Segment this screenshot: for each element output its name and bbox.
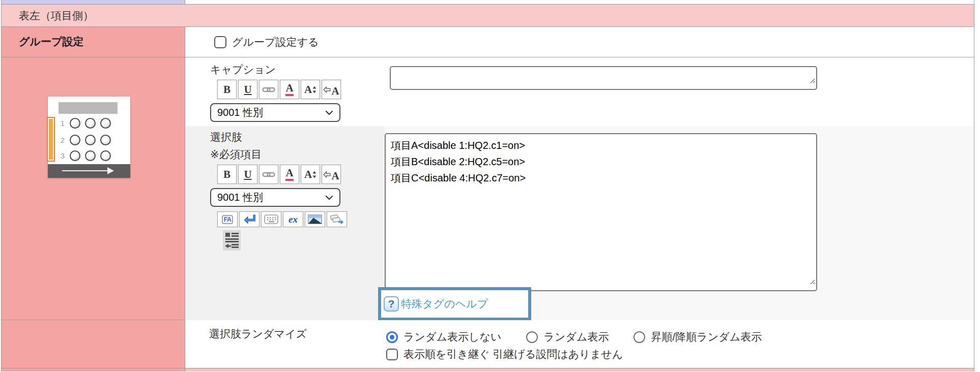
font-color-button[interactable]: A [280, 80, 299, 99]
section-header-row: 表左（項目側） [2, 5, 974, 27]
next-row-content-cell [185, 368, 974, 371]
font-size-arrows-icon [312, 170, 316, 179]
choices-label: 選択肢 [210, 130, 242, 144]
thumbnail-radio [85, 135, 96, 145]
underline-icon: U [244, 168, 251, 181]
radio-unselected-icon[interactable] [633, 331, 645, 343]
randomize-options: ランダム表示しない ランダム表示 昇順/降順ランダム表示 [386, 330, 787, 344]
special-tag-help-link[interactable]: 特殊タグのヘルプ [401, 297, 488, 311]
thumbnail-radio [100, 135, 111, 145]
thumbnail-radio [85, 118, 96, 129]
thumbnail-radio [85, 150, 96, 161]
group-setting-checkbox-label: グループ設定する [232, 35, 319, 49]
randomize-label: 選択肢ランダマイズ [209, 327, 307, 341]
thumbnail-footer-bar [48, 164, 130, 178]
choices-required-note: ※必須項目 [210, 147, 262, 162]
choice-indent-button[interactable] [223, 230, 241, 251]
group-setting-checkbox[interactable] [214, 36, 226, 48]
radio-selected-icon[interactable] [386, 331, 398, 343]
thumbnail-item-column-highlight [47, 117, 55, 162]
thumbnail-arrow-icon [62, 170, 108, 171]
choices-insert-question-select[interactable]: 9001 性別 [210, 188, 340, 207]
ruby-arrow-icon [323, 86, 331, 93]
thumbnail-radio [70, 150, 80, 161]
bold-icon: B [223, 168, 230, 181]
insert-image-button[interactable] [305, 211, 325, 227]
group-setting-header-cell: グループ設定 [2, 27, 185, 57]
link-button[interactable] [259, 80, 278, 99]
font-color-icon: A [285, 168, 293, 181]
randomize-option-label: ランダム表示しない [403, 330, 501, 344]
chevron-down-icon [325, 110, 333, 115]
special-tag-help-highlight: ? 特殊タグのヘルプ [378, 287, 531, 321]
thumbnail-radio [70, 118, 80, 129]
previous-row-content-cell [185, 0, 974, 4]
font-color-icon: A [285, 83, 293, 96]
section-title: 表左（項目側） [2, 9, 94, 23]
copy-tags-icon [330, 214, 344, 225]
caption-select-value: 9001 性別 [217, 106, 263, 119]
ex-answer-button[interactable]: ex [283, 211, 303, 227]
question-type-cell: 1 2 3 [2, 57, 185, 320]
randomize-row: 選択肢ランダマイズ ランダム表示しない ランダム表示 昇順/降順ランダム表示 表… [2, 320, 974, 368]
randomize-option-asc-desc[interactable]: 昇順/降順ランダム表示 [633, 330, 762, 344]
ruby-icon: A [331, 170, 339, 182]
previous-row-left-cell [2, 0, 185, 4]
fa-parts-button[interactable]: FA [217, 211, 238, 227]
choices-select-value: 9001 性別 [217, 191, 263, 204]
inherit-order-checkbox[interactable] [386, 349, 398, 360]
ruby-arrow-icon [323, 171, 331, 178]
line-break-icon [244, 214, 255, 225]
link-icon [262, 168, 275, 181]
choice-indent-list-icon [224, 232, 240, 249]
randomize-header-cell [2, 320, 185, 368]
bold-button[interactable]: B [217, 165, 237, 184]
font-size-icon: A [304, 83, 312, 96]
group-setting-row: グループ設定 グループ設定する [2, 27, 974, 57]
chevron-down-icon [325, 195, 333, 200]
choices-label-column: 選択肢 ※必須項目 B U A A [185, 126, 385, 320]
caption-format-toolbar: B U A A A [217, 80, 341, 99]
thumbnail-row-number: 2 [60, 136, 65, 144]
font-color-button[interactable]: A [280, 165, 299, 184]
caption-section: キャプション B U A A A [185, 57, 974, 126]
underline-button[interactable]: U [238, 80, 257, 99]
randomize-option-random[interactable]: ランダム表示 [526, 330, 609, 344]
line-break-button[interactable] [239, 211, 260, 227]
ruby-icon: A [331, 85, 339, 98]
help-question-icon: ? [384, 296, 399, 312]
choices-insert-toolbar: FA [217, 211, 347, 227]
group-setting-label: グループ設定 [2, 27, 185, 49]
ruby-button[interactable]: A [322, 165, 341, 184]
keypad-button[interactable] [261, 211, 281, 227]
caption-insert-question-select[interactable]: 9001 性別 [210, 103, 340, 122]
choices-section: 選択肢 ※必須項目 B U A A [185, 126, 974, 320]
font-size-button[interactable]: A [301, 80, 320, 99]
thumbnail-radio [70, 135, 80, 145]
inherit-order-option[interactable]: 表示順を引き継ぐ 引継げる設問はありません [386, 347, 623, 361]
caption-label: キャプション [210, 63, 276, 77]
caption-input[interactable] [390, 66, 817, 90]
bold-icon: B [223, 83, 230, 96]
randomize-content-cell: 選択肢ランダマイズ ランダム表示しない ランダム表示 昇順/降順ランダム表示 表… [185, 320, 974, 368]
bold-button[interactable]: B [217, 80, 237, 99]
ruby-button[interactable]: A [322, 80, 341, 99]
underline-button[interactable]: U [238, 165, 257, 184]
link-button[interactable] [259, 165, 278, 184]
thumbnail-row-number: 1 [60, 119, 65, 128]
matrix-question-thumbnail: 1 2 3 [48, 97, 130, 178]
underline-icon: U [244, 83, 251, 96]
resize-handle-icon[interactable] [809, 72, 815, 88]
group-setting-content-cell: グループ設定する [185, 27, 974, 57]
randomize-option-none[interactable]: ランダム表示しない [386, 330, 501, 344]
randomize-option-label: 昇順/降順ランダム表示 [651, 330, 762, 344]
resize-handle-icon[interactable] [809, 273, 815, 289]
inherit-order-label: 表示順を引き継ぐ 引継げる設問はありません [403, 347, 623, 361]
keypad-icon [264, 214, 278, 224]
copy-tags-button[interactable] [327, 211, 347, 227]
thumbnail-row-number: 3 [60, 151, 65, 160]
question-settings-table: 表左（項目側） グループ設定 グループ設定する 1 [1, 0, 974, 371]
choices-textarea[interactable]: 項目A<disable 1:HQ2.c1=on> 項目B<disable 2:H… [385, 133, 817, 291]
font-size-button[interactable]: A [301, 165, 320, 184]
radio-unselected-icon[interactable] [526, 331, 538, 343]
